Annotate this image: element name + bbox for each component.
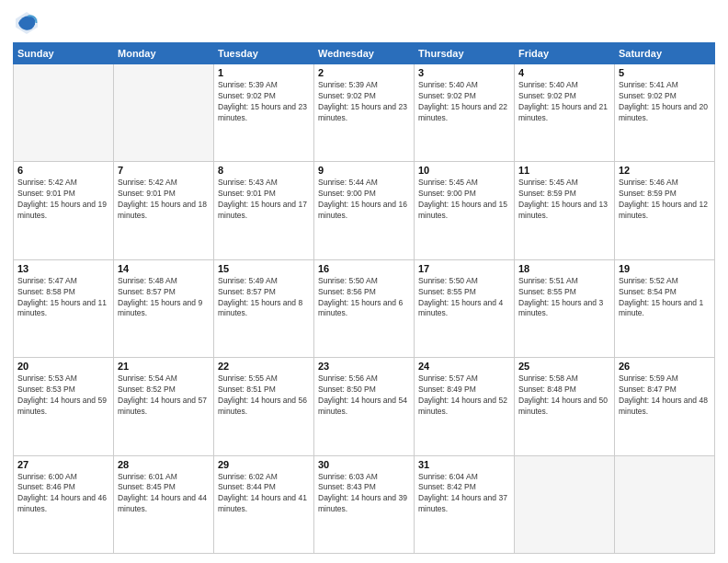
calendar-cell: 21Sunrise: 5:54 AMSunset: 8:52 PMDayligh… bbox=[114, 358, 214, 455]
day-number: 26 bbox=[619, 361, 711, 372]
day-number: 20 bbox=[17, 361, 109, 372]
calendar-cell: 24Sunrise: 5:57 AMSunset: 8:49 PMDayligh… bbox=[415, 358, 515, 455]
cell-info: Sunrise: 5:58 AMSunset: 8:48 PMDaylight:… bbox=[518, 373, 610, 418]
calendar-week-row: 20Sunrise: 5:53 AMSunset: 8:53 PMDayligh… bbox=[14, 358, 715, 455]
calendar-cell: 1Sunrise: 5:39 AMSunset: 9:02 PMDaylight… bbox=[214, 64, 314, 162]
cell-info: Sunrise: 5:41 AMSunset: 9:02 PMDaylight:… bbox=[619, 80, 711, 124]
calendar-cell: 22Sunrise: 5:55 AMSunset: 8:51 PMDayligh… bbox=[214, 358, 314, 455]
cell-info: Sunrise: 5:42 AMSunset: 9:01 PMDaylight:… bbox=[118, 178, 210, 222]
calendar-cell: 10Sunrise: 5:45 AMSunset: 9:00 PMDayligh… bbox=[415, 162, 515, 259]
day-of-week-header: Wednesday bbox=[314, 43, 415, 64]
cell-info: Sunrise: 5:43 AMSunset: 9:01 PMDaylight:… bbox=[218, 178, 310, 222]
day-of-week-header: Saturday bbox=[615, 43, 715, 64]
cell-info: Sunrise: 5:44 AMSunset: 9:00 PMDaylight:… bbox=[318, 178, 410, 222]
day-number: 16 bbox=[318, 263, 410, 274]
calendar-cell: 25Sunrise: 5:58 AMSunset: 8:48 PMDayligh… bbox=[515, 358, 615, 455]
day-number: 14 bbox=[118, 263, 210, 274]
calendar-cell: 19Sunrise: 5:52 AMSunset: 8:54 PMDayligh… bbox=[615, 259, 715, 357]
cell-info: Sunrise: 5:59 AMSunset: 8:47 PMDaylight:… bbox=[619, 373, 711, 418]
cell-info: Sunrise: 5:45 AMSunset: 8:59 PMDaylight:… bbox=[518, 178, 610, 222]
cell-info: Sunrise: 6:02 AMSunset: 8:44 PMDaylight:… bbox=[218, 472, 310, 516]
day-of-week-header: Thursday bbox=[415, 43, 515, 64]
day-number: 3 bbox=[418, 67, 510, 78]
cell-info: Sunrise: 5:55 AMSunset: 8:51 PMDaylight:… bbox=[218, 373, 310, 418]
calendar-table: SundayMondayTuesdayWednesdayThursdayFrid… bbox=[13, 42, 715, 554]
cell-info: Sunrise: 5:39 AMSunset: 9:02 PMDaylight:… bbox=[318, 80, 410, 124]
calendar-cell: 31Sunrise: 6:04 AMSunset: 8:42 PMDayligh… bbox=[415, 455, 515, 553]
calendar-cell: 14Sunrise: 5:48 AMSunset: 8:57 PMDayligh… bbox=[114, 259, 214, 357]
calendar-cell: 2Sunrise: 5:39 AMSunset: 9:02 PMDaylight… bbox=[314, 64, 415, 162]
cell-info: Sunrise: 6:04 AMSunset: 8:42 PMDaylight:… bbox=[418, 472, 510, 516]
cell-info: Sunrise: 5:54 AMSunset: 8:52 PMDaylight:… bbox=[118, 373, 210, 418]
day-number: 27 bbox=[17, 459, 109, 470]
calendar-cell: 18Sunrise: 5:51 AMSunset: 8:55 PMDayligh… bbox=[515, 259, 615, 357]
cell-info: Sunrise: 5:53 AMSunset: 8:53 PMDaylight:… bbox=[17, 373, 109, 418]
cell-info: Sunrise: 5:56 AMSunset: 8:50 PMDaylight:… bbox=[318, 373, 410, 418]
cell-info: Sunrise: 5:50 AMSunset: 8:55 PMDaylight:… bbox=[418, 276, 510, 320]
day-of-week-header: Sunday bbox=[14, 43, 114, 64]
day-number: 4 bbox=[518, 67, 610, 78]
day-number: 15 bbox=[218, 263, 310, 274]
day-of-week-header: Tuesday bbox=[214, 43, 314, 64]
cell-info: Sunrise: 5:46 AMSunset: 8:59 PMDaylight:… bbox=[619, 178, 711, 222]
day-number: 23 bbox=[318, 361, 410, 372]
cell-info: Sunrise: 5:51 AMSunset: 8:55 PMDaylight:… bbox=[518, 276, 610, 320]
cell-info: Sunrise: 5:40 AMSunset: 9:02 PMDaylight:… bbox=[518, 80, 610, 124]
day-number: 19 bbox=[619, 263, 711, 274]
calendar-cell: 23Sunrise: 5:56 AMSunset: 8:50 PMDayligh… bbox=[314, 358, 415, 455]
calendar-cell: 5Sunrise: 5:41 AMSunset: 9:02 PMDaylight… bbox=[615, 64, 715, 162]
cell-info: Sunrise: 5:42 AMSunset: 9:01 PMDaylight:… bbox=[17, 178, 109, 222]
cell-info: Sunrise: 5:49 AMSunset: 8:57 PMDaylight:… bbox=[218, 276, 310, 320]
calendar-cell: 7Sunrise: 5:42 AMSunset: 9:01 PMDaylight… bbox=[114, 162, 214, 259]
calendar-cell bbox=[14, 64, 114, 162]
calendar-cell: 8Sunrise: 5:43 AMSunset: 9:01 PMDaylight… bbox=[214, 162, 314, 259]
calendar-cell: 4Sunrise: 5:40 AMSunset: 9:02 PMDaylight… bbox=[515, 64, 615, 162]
day-number: 24 bbox=[418, 361, 510, 372]
cell-info: Sunrise: 5:45 AMSunset: 9:00 PMDaylight:… bbox=[418, 178, 510, 222]
calendar-cell: 6Sunrise: 5:42 AMSunset: 9:01 PMDaylight… bbox=[14, 162, 114, 259]
calendar-cell: 15Sunrise: 5:49 AMSunset: 8:57 PMDayligh… bbox=[214, 259, 314, 357]
calendar-week-row: 13Sunrise: 5:47 AMSunset: 8:58 PMDayligh… bbox=[14, 259, 715, 357]
calendar-cell bbox=[114, 64, 214, 162]
calendar-cell: 16Sunrise: 5:50 AMSunset: 8:56 PMDayligh… bbox=[314, 259, 415, 357]
header bbox=[13, 9, 715, 37]
day-number: 21 bbox=[118, 361, 210, 372]
day-of-week-header: Friday bbox=[515, 43, 615, 64]
day-number: 30 bbox=[318, 459, 410, 470]
day-number: 22 bbox=[218, 361, 310, 372]
day-number: 28 bbox=[118, 459, 210, 470]
calendar-cell: 11Sunrise: 5:45 AMSunset: 8:59 PMDayligh… bbox=[515, 162, 615, 259]
day-number: 10 bbox=[418, 165, 510, 176]
calendar-week-row: 6Sunrise: 5:42 AMSunset: 9:01 PMDaylight… bbox=[14, 162, 715, 259]
day-number: 2 bbox=[318, 67, 410, 78]
logo bbox=[13, 9, 44, 37]
calendar-cell: 12Sunrise: 5:46 AMSunset: 8:59 PMDayligh… bbox=[615, 162, 715, 259]
cell-info: Sunrise: 6:03 AMSunset: 8:43 PMDaylight:… bbox=[318, 472, 410, 516]
calendar-cell: 27Sunrise: 6:00 AMSunset: 8:46 PMDayligh… bbox=[14, 455, 114, 553]
calendar-cell bbox=[515, 455, 615, 553]
cell-info: Sunrise: 5:50 AMSunset: 8:56 PMDaylight:… bbox=[318, 276, 410, 320]
cell-info: Sunrise: 6:01 AMSunset: 8:45 PMDaylight:… bbox=[118, 472, 210, 516]
cell-info: Sunrise: 5:48 AMSunset: 8:57 PMDaylight:… bbox=[118, 276, 210, 320]
day-number: 18 bbox=[518, 263, 610, 274]
day-of-week-header: Monday bbox=[114, 43, 214, 64]
day-number: 29 bbox=[218, 459, 310, 470]
calendar-cell: 17Sunrise: 5:50 AMSunset: 8:55 PMDayligh… bbox=[415, 259, 515, 357]
logo-icon bbox=[13, 9, 40, 37]
cell-info: Sunrise: 5:47 AMSunset: 8:58 PMDaylight:… bbox=[17, 276, 109, 320]
day-number: 6 bbox=[17, 165, 109, 176]
cell-info: Sunrise: 5:52 AMSunset: 8:54 PMDaylight:… bbox=[619, 276, 711, 320]
calendar-cell: 28Sunrise: 6:01 AMSunset: 8:45 PMDayligh… bbox=[114, 455, 214, 553]
calendar-header-row: SundayMondayTuesdayWednesdayThursdayFrid… bbox=[14, 43, 715, 64]
calendar-cell: 20Sunrise: 5:53 AMSunset: 8:53 PMDayligh… bbox=[14, 358, 114, 455]
day-number: 31 bbox=[418, 459, 510, 470]
calendar-cell: 13Sunrise: 5:47 AMSunset: 8:58 PMDayligh… bbox=[14, 259, 114, 357]
calendar-cell: 29Sunrise: 6:02 AMSunset: 8:44 PMDayligh… bbox=[214, 455, 314, 553]
calendar-cell: 9Sunrise: 5:44 AMSunset: 9:00 PMDaylight… bbox=[314, 162, 415, 259]
day-number: 9 bbox=[318, 165, 410, 176]
page: SundayMondayTuesdayWednesdayThursdayFrid… bbox=[0, 0, 728, 563]
day-number: 13 bbox=[17, 263, 109, 274]
calendar-week-row: 27Sunrise: 6:00 AMSunset: 8:46 PMDayligh… bbox=[14, 455, 715, 553]
calendar-week-row: 1Sunrise: 5:39 AMSunset: 9:02 PMDaylight… bbox=[14, 64, 715, 162]
cell-info: Sunrise: 5:39 AMSunset: 9:02 PMDaylight:… bbox=[218, 80, 310, 124]
